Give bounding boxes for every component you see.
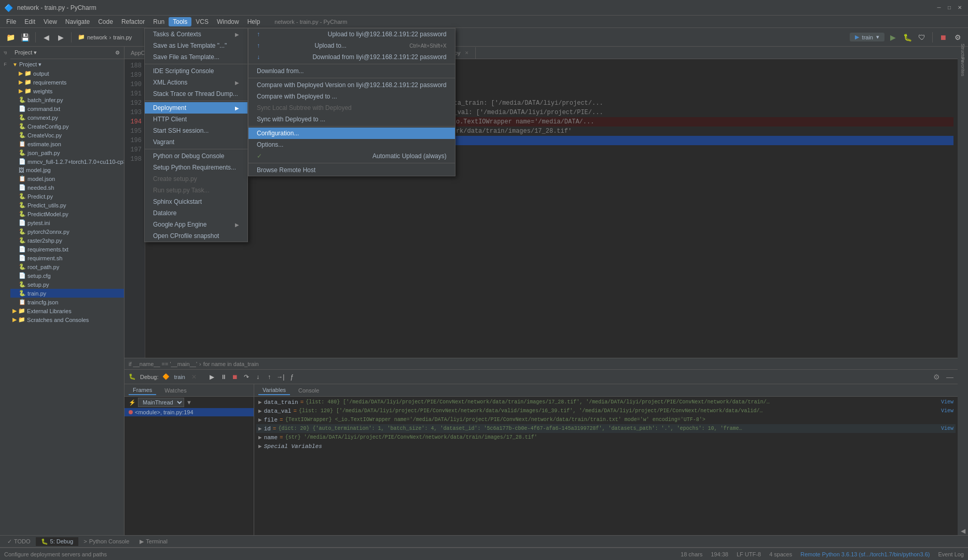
menu-save-file-template[interactable]: Save File as Template...: [145, 51, 247, 63]
xml-label: XML Actions: [153, 79, 187, 86]
deployment-submenu: ↑ Upload to liyi@192.168.2.191:22 passwo…: [248, 28, 455, 176]
menu-python-debug-console[interactable]: Python or Debug Console: [145, 150, 247, 162]
dep-compare-to[interactable]: Compare with Deployed to ...: [248, 91, 455, 102]
dep-download-from-label: Download from...: [257, 67, 304, 75]
sep-2: [145, 101, 247, 101]
menu-tasks-contexts[interactable]: Tasks & Contexts ▶: [145, 29, 247, 40]
tools-dropdown: Tasks & Contexts ▶ Save as Live Template…: [144, 28, 248, 242]
menu-xml-actions[interactable]: XML Actions ▶: [145, 77, 247, 88]
menu-ssh-session[interactable]: Start SSH session...: [145, 125, 247, 136]
requirements-label: Setup Python Requirements...: [153, 164, 236, 171]
dep-download-from[interactable]: Download from...: [248, 65, 455, 77]
dep-upload-password[interactable]: ↑ Upload to liyi@192.168.2.191:22 passwo…: [248, 29, 455, 40]
dep-upload-pass-label: Upload to liyi@192.168.2.191:22 password: [328, 31, 447, 38]
dep-compare-deployed-label: Compare with Deployed Version on liyi@19…: [257, 81, 447, 89]
dep-auto-upload[interactable]: ✓ Automatic Upload (always): [248, 150, 455, 162]
menu-http-client[interactable]: HTTP Client: [145, 114, 247, 125]
dep-download-pass-label: Download from liyi@192.168.2.191:22 pass…: [312, 53, 446, 61]
upload-shortcut: Ctrl+Alt+Shift+X: [409, 43, 446, 49]
menu-overlay[interactable]: Tasks & Contexts ▶ Save as Live Template…: [0, 0, 968, 560]
dep-upload-to[interactable]: ↑ Upload to... Ctrl+Alt+Shift+X: [248, 40, 455, 51]
vagrant-label: Vagrant: [153, 138, 174, 146]
download-icon: ↓: [257, 53, 260, 61]
menu-datalore[interactable]: Datalore: [145, 207, 247, 219]
dep-sync-with-label: Sync with Deployed to ...: [257, 116, 325, 123]
menu-save-live-template[interactable]: Save as Live Template "...": [145, 40, 247, 51]
ssh-label: Start SSH session...: [153, 127, 209, 134]
menu-setup-requirements[interactable]: Setup Python Requirements...: [145, 162, 247, 173]
http-label: HTTP Client: [153, 116, 187, 123]
tasks-label: Tasks & Contexts: [153, 31, 201, 38]
dep-sep-2: [248, 78, 455, 78]
dep-sep-4: [248, 163, 455, 163]
deployment-arrow: ▶: [235, 105, 239, 111]
save-file-label: Save File as Template...: [153, 53, 219, 61]
menu-run-setup: Run setup.py Task...: [145, 185, 247, 196]
dep-auto-upload-label: Automatic Upload (always): [372, 152, 447, 160]
dep-browse-label: Browse Remote Host: [257, 166, 315, 174]
stack-label: Stack Trace or Thread Dump...: [153, 90, 238, 97]
sphinx-label: Sphinx Quickstart: [153, 198, 202, 205]
dep-sep-3: [248, 126, 455, 127]
dep-compare-to-label: Compare with Deployed to ...: [257, 93, 337, 100]
python-debug-label: Python or Debug Console: [153, 152, 224, 160]
menu-cprofile[interactable]: Open CProfile snapshot: [145, 230, 247, 242]
create-setup-label: Create setup.py: [153, 175, 197, 183]
dep-config-label: Configuration...: [257, 130, 299, 137]
gae-arrow: ▶: [235, 222, 239, 228]
dep-download-password[interactable]: ↓ Download from liyi@192.168.2.191:22 pa…: [248, 51, 455, 63]
datalore-label: Datalore: [153, 209, 176, 217]
dep-sync-subtree: Sync Local Subtree with Deployed: [248, 102, 455, 114]
gae-label: Google App Engine: [153, 221, 206, 228]
dep-sep-1: [248, 64, 455, 64]
dep-sync-with[interactable]: Sync with Deployed to ...: [248, 114, 455, 125]
save-live-label: Save as Live Template "...": [153, 42, 227, 49]
dep-compare-deployed[interactable]: Compare with Deployed Version on liyi@19…: [248, 79, 455, 91]
cprofile-label: Open CProfile snapshot: [153, 232, 219, 240]
menu-gae[interactable]: Google App Engine ▶: [145, 219, 247, 230]
upload-icon: ↑: [257, 42, 260, 49]
ide-scripting-label: IDE Scripting Console: [153, 67, 214, 75]
menu-stack-trace[interactable]: Stack Trace or Thread Dump...: [145, 88, 247, 100]
dep-configuration[interactable]: Configuration...: [248, 128, 455, 139]
upload-icon: ↑: [257, 31, 260, 38]
menu-ide-scripting[interactable]: IDE Scripting Console: [145, 65, 247, 77]
sep-3: [145, 149, 247, 149]
dep-sync-subtree-label: Sync Local Subtree with Deployed: [257, 104, 352, 111]
xml-arrow: ▶: [235, 80, 239, 86]
menu-deployment[interactable]: Deployment ▶: [145, 102, 247, 114]
dep-upload-to-label: Upload to...: [314, 42, 346, 49]
dep-browse-remote[interactable]: Browse Remote Host: [248, 164, 455, 176]
deployment-label: Deployment: [153, 104, 186, 111]
sep-1: [145, 64, 247, 64]
menu-create-setup: Create setup.py: [145, 173, 247, 185]
check-icon: ✓: [257, 152, 262, 160]
menu-vagrant[interactable]: Vagrant: [145, 136, 247, 148]
tasks-arrow: ▶: [235, 32, 239, 37]
dep-options-label: Options...: [257, 141, 283, 148]
menu-sphinx[interactable]: Sphinx Quickstart: [145, 196, 247, 207]
dep-options[interactable]: Options...: [248, 139, 455, 150]
run-setup-label: Run setup.py Task...: [153, 187, 210, 194]
